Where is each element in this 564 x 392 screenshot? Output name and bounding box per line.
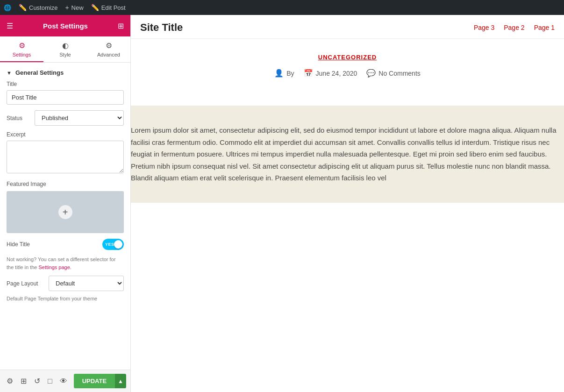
- post-meta: 👤 By 📅 June 24, 2020 💬 No Comments: [165, 69, 530, 78]
- comment-icon: 💬: [366, 69, 376, 78]
- edit-post-icon: ✏️: [91, 4, 99, 11]
- title-label: Title: [7, 81, 124, 87]
- tab-style[interactable]: ◐ Style: [43, 36, 87, 62]
- hide-title-row: Hide Title YES: [0, 239, 130, 254]
- new-icon: +: [65, 4, 69, 11]
- post-lorem-text: Lorem ipsum dolor sit amet, consectetur …: [131, 124, 564, 184]
- sidebar-content: ▼ General Settings Title Status Publishe…: [0, 63, 130, 392]
- footer-layers-icon[interactable]: ⊞: [19, 375, 29, 387]
- meta-by-label: By: [286, 70, 294, 77]
- settings-page-link[interactable]: Settings page.: [39, 264, 71, 270]
- page-layout-hint: Default Page Template from your theme: [0, 294, 130, 306]
- preview-area: Site Title Page 3 Page 2 Page 1 UNCATEGO…: [131, 15, 564, 392]
- new-label: New: [71, 4, 84, 11]
- toggle-thumb: [114, 240, 122, 249]
- status-label: Status: [7, 115, 30, 121]
- post-content-area: Lorem ipsum dolor sit amet, consectetur …: [131, 106, 564, 203]
- tab-settings[interactable]: ⚙ Settings: [0, 36, 43, 62]
- preview-body: UNCATEGORIZED 👤 By 📅 June 24, 2020 💬 No …: [137, 39, 558, 106]
- update-button[interactable]: UPDATE: [74, 374, 115, 388]
- advanced-tab-label: Advanced: [97, 52, 120, 57]
- top-bar: 🌐 ✏️ Customize + New ✏️ Edit Post: [0, 0, 564, 15]
- footer-responsive-icon[interactable]: □: [46, 375, 54, 387]
- preview-nav: Page 3 Page 2 Page 1: [474, 24, 555, 31]
- title-input[interactable]: [7, 90, 124, 105]
- meta-comments: 💬 No Comments: [366, 69, 420, 78]
- section-arrow-icon: ▼: [7, 70, 12, 76]
- general-settings-header[interactable]: ▼ General Settings: [0, 63, 130, 81]
- page-layout-label: Page Layout: [7, 280, 44, 287]
- calendar-icon: 📅: [304, 69, 313, 78]
- nav-page2[interactable]: Page 2: [504, 24, 524, 31]
- toggle-track: YES: [102, 239, 124, 250]
- excerpt-label: Excerpt: [7, 131, 124, 138]
- advanced-tab-icon: ⚙: [106, 41, 112, 50]
- post-category: UNCATEGORIZED: [165, 53, 530, 61]
- footer-settings-icon[interactable]: ⚙: [5, 375, 15, 387]
- main-layout: ☰ Post Settings ⊞ ⚙ Settings ◐ Style ⚙ A…: [0, 15, 564, 392]
- featured-image-group: Featured Image +: [0, 181, 130, 239]
- footer-history-icon[interactable]: ↺: [32, 375, 42, 387]
- customize-button[interactable]: ✏️ Customize: [19, 4, 57, 11]
- meta-author: 👤 By: [274, 69, 294, 78]
- edit-post-label: Edit Post: [101, 4, 126, 11]
- hide-title-label: Hide Title: [7, 241, 30, 248]
- excerpt-textarea[interactable]: [7, 141, 124, 173]
- sidebar-header: ☰ Post Settings ⊞: [0, 15, 130, 36]
- settings-tab-icon: ⚙: [19, 41, 25, 50]
- category-link[interactable]: UNCATEGORIZED: [318, 54, 377, 61]
- post-date: June 24, 2020: [316, 70, 357, 77]
- excerpt-group: Excerpt: [0, 131, 130, 181]
- settings-tab-label: Settings: [13, 52, 31, 57]
- style-tab-icon: ◐: [62, 41, 69, 50]
- customize-icon: ✏️: [19, 4, 27, 11]
- edit-post-button[interactable]: ✏️ Edit Post: [91, 4, 126, 11]
- sidebar-footer: ⚙ ⊞ ↺ □ 👁 UPDATE ▲: [0, 370, 131, 392]
- featured-image-plus-icon: +: [58, 205, 72, 219]
- update-arrow-button[interactable]: ▲: [115, 374, 126, 388]
- sidebar-title: Post Settings: [43, 22, 88, 30]
- grid-icon[interactable]: ⊞: [118, 21, 124, 30]
- tab-advanced[interactable]: ⚙ Advanced: [87, 36, 130, 62]
- title-field-group: Title: [0, 81, 130, 110]
- page-layout-row: Page Layout Default Full Width No Sideba…: [0, 276, 130, 294]
- comments-count: No Comments: [378, 70, 420, 77]
- customize-label: Customize: [29, 4, 57, 11]
- globe-icon[interactable]: 🌐: [4, 4, 11, 11]
- status-row: Status Published Draft Pending Review Pr…: [0, 110, 130, 131]
- featured-image-label: Featured Image: [7, 181, 124, 187]
- style-tab-label: Style: [59, 52, 71, 57]
- featured-image-upload[interactable]: +: [7, 191, 124, 233]
- hide-title-notice: Not working? You can set a different sel…: [0, 254, 130, 276]
- section-label: General Settings: [15, 69, 64, 76]
- author-icon: 👤: [274, 69, 284, 78]
- nav-page1[interactable]: Page 1: [534, 24, 555, 31]
- update-button-wrapper: UPDATE ▲: [74, 374, 126, 388]
- hamburger-icon[interactable]: ☰: [7, 21, 13, 30]
- sidebar-tabs: ⚙ Settings ◐ Style ⚙ Advanced: [0, 36, 130, 63]
- meta-date: 📅 June 24, 2020: [304, 69, 357, 78]
- page-layout-select[interactable]: Default Full Width No Sidebar: [49, 276, 124, 291]
- preview-header: Site Title Page 3 Page 2 Page 1: [131, 15, 564, 39]
- nav-page3[interactable]: Page 3: [474, 24, 494, 31]
- toggle-on-label: YES: [105, 242, 114, 247]
- footer-preview-icon[interactable]: 👁: [58, 375, 69, 387]
- sidebar: ☰ Post Settings ⊞ ⚙ Settings ◐ Style ⚙ A…: [0, 15, 131, 392]
- hide-title-toggle[interactable]: YES: [102, 239, 124, 250]
- site-title: Site Title: [140, 21, 183, 34]
- status-select[interactable]: Published Draft Pending Review Private: [35, 110, 124, 126]
- new-button[interactable]: + New: [65, 4, 83, 11]
